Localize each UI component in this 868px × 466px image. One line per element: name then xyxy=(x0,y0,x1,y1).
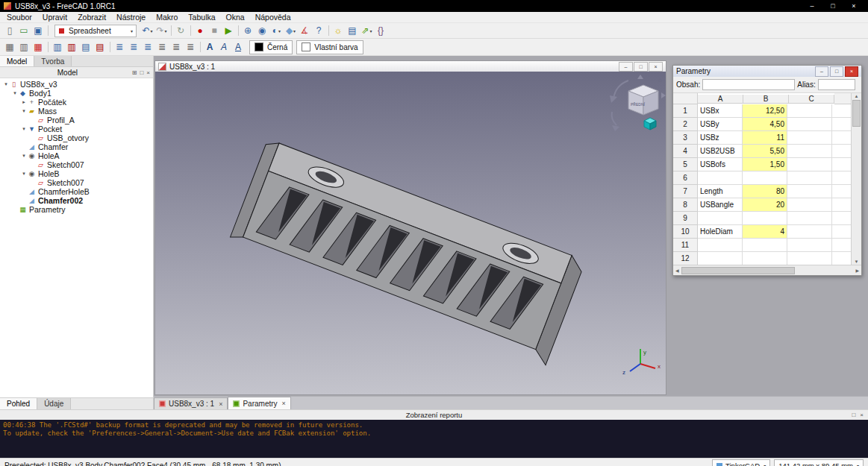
tree-expander[interactable]: ▾ xyxy=(2,81,10,87)
cell-name[interactable]: USBofs xyxy=(698,158,743,171)
toolbar-button[interactable] xyxy=(48,42,49,52)
cell-d[interactable] xyxy=(832,252,851,265)
parametry-close-button[interactable]: × xyxy=(845,66,858,77)
scroll-right-icon[interactable]: ▶ xyxy=(855,268,859,273)
menu-item[interactable]: Zobrazit xyxy=(72,13,111,22)
menu-item[interactable]: Soubor xyxy=(1,13,37,22)
cell-alias-input[interactable] xyxy=(818,79,855,90)
toolbar-button[interactable]: ▤ xyxy=(79,41,93,54)
toolbar-button[interactable]: ▥ xyxy=(51,41,65,54)
cell-name[interactable] xyxy=(698,212,743,225)
cell-c[interactable] xyxy=(787,104,832,118)
cell-c[interactable] xyxy=(787,198,832,212)
cell-d[interactable] xyxy=(832,185,851,198)
vertical-scrollbar[interactable]: ▲ ▼ xyxy=(851,93,861,265)
view-dimensions-select[interactable]: 141,42 mm x 89,45 mm ▾ xyxy=(774,459,864,466)
menu-item[interactable]: Upravit xyxy=(37,13,72,22)
cell-c[interactable] xyxy=(787,185,832,198)
cell-c[interactable] xyxy=(787,145,832,158)
toolbar-button[interactable]: ▤ xyxy=(346,25,360,37)
cell-c[interactable] xyxy=(787,158,832,171)
vertical-scroll-thumb[interactable] xyxy=(852,100,861,127)
nav-cube-face-label[interactable]: PŘEDNÍ xyxy=(631,101,646,107)
toolbar-button[interactable]: ◉ xyxy=(255,25,269,37)
cell-value[interactable]: 1,50 xyxy=(743,158,787,171)
tree-item[interactable]: ▸ + Počátek xyxy=(0,98,153,107)
cell-d[interactable] xyxy=(832,212,851,225)
tree-expander[interactable]: ▾ xyxy=(20,171,28,177)
row-header[interactable]: 2 xyxy=(673,118,698,131)
row-header[interactable]: 5 xyxy=(673,158,698,171)
cell-name[interactable]: USBz xyxy=(698,131,743,145)
row-header[interactable]: 7 xyxy=(673,185,698,198)
cell-d[interactable] xyxy=(832,145,851,158)
cell-name[interactable]: USBx xyxy=(698,104,743,118)
document-tab[interactable]: USB8x_v3 : 1 × xyxy=(154,397,228,409)
cell-name[interactable] xyxy=(698,239,743,252)
toolbar-button[interactable]: ◐▾ xyxy=(269,25,284,37)
tree-item[interactable]: ▾ ◉ HoleB xyxy=(0,169,153,178)
cell-value[interactable] xyxy=(743,212,787,225)
cell-c[interactable] xyxy=(787,131,832,145)
cell-value[interactable]: 4,50 xyxy=(743,118,787,131)
row-header[interactable]: 1 xyxy=(673,104,698,118)
tree-item[interactable]: ▱ Sketch007 xyxy=(0,178,153,187)
tree-expander[interactable]: ▾ xyxy=(20,126,28,132)
toolbar-button[interactable]: ▥ xyxy=(65,41,79,54)
parametry-titlebar[interactable]: Parametry – □ × xyxy=(673,66,861,77)
cell-name[interactable] xyxy=(698,252,743,265)
toolbar-button[interactable]: ≣ xyxy=(184,41,198,54)
cell-name[interactable]: Length xyxy=(698,185,743,198)
maximize-button[interactable]: □ xyxy=(822,0,843,12)
cell-value[interactable] xyxy=(743,239,787,252)
cell-c[interactable] xyxy=(787,118,832,131)
dock-cube-icon[interactable] xyxy=(644,118,656,130)
viewport-3d-canvas[interactable]: PŘEDNÍ ⌂ xyxy=(155,72,666,394)
cell-d[interactable] xyxy=(832,104,851,118)
toolbar-button[interactable]: ≣ xyxy=(113,41,127,54)
background-color-button[interactable]: Vlastní barva xyxy=(296,40,363,54)
cell-c[interactable] xyxy=(787,171,832,185)
toolbar-button[interactable]: ≣ xyxy=(155,41,169,54)
panel-tab[interactable]: Model xyxy=(0,56,34,66)
toolbar-button[interactable]: ⇗▾ xyxy=(360,25,374,37)
foreground-color-button[interactable]: Černá xyxy=(249,40,293,54)
report-float-icon[interactable]: □ xyxy=(852,412,855,418)
menu-item[interactable]: Tabulka xyxy=(183,13,220,22)
cell-content-input[interactable] xyxy=(702,79,795,90)
cell-c[interactable] xyxy=(787,212,832,225)
toolbar-button[interactable]: ▯ xyxy=(3,25,17,37)
cell-value[interactable]: 5,50 xyxy=(743,145,787,158)
menu-item[interactable]: Makro xyxy=(151,13,183,22)
row-header[interactable]: 3 xyxy=(673,131,698,145)
column-header[interactable]: A xyxy=(698,95,743,104)
toolbar-button[interactable]: ▤ xyxy=(93,41,107,54)
tree-item[interactable]: ▦ Parametry xyxy=(0,205,153,214)
cell-name[interactable]: HoleDiam xyxy=(698,225,743,239)
cell-value[interactable] xyxy=(743,252,787,265)
parametry-restore-button[interactable]: □ xyxy=(830,66,843,77)
toolbar-button[interactable] xyxy=(110,42,110,52)
horizontal-scrollbar[interactable]: ◀ ▶ xyxy=(673,265,861,275)
tree-item[interactable]: ◢ Chamfer002 xyxy=(0,196,153,205)
parametry-minimize-button[interactable]: – xyxy=(815,66,828,77)
tree-expander[interactable]: ▾ xyxy=(11,90,19,96)
cell-value[interactable]: 4 xyxy=(743,225,787,239)
menu-item[interactable]: Nápověda xyxy=(250,13,296,22)
viewport-minimize-button[interactable]: – xyxy=(619,62,633,72)
toolbar-button[interactable]: ◆▾ xyxy=(284,25,298,37)
viewport-close-button[interactable]: × xyxy=(649,62,663,72)
row-header[interactable]: 9 xyxy=(673,212,698,225)
cell-value[interactable]: 80 xyxy=(743,185,787,198)
cell-d[interactable] xyxy=(832,131,851,145)
viewport-titlebar[interactable]: USB8x_v3 : 1 – □ × xyxy=(155,61,666,72)
column-header-partial[interactable] xyxy=(834,93,851,104)
row-header[interactable]: 8 xyxy=(673,198,698,212)
cell-name[interactable]: USB2USB xyxy=(698,145,743,158)
toolbar-button[interactable]: ▣ xyxy=(31,25,46,37)
tree-item[interactable]: ▱ USB_otvory xyxy=(0,133,153,142)
tree-item[interactable]: ▱ Sketch007 xyxy=(0,160,153,169)
cell-d[interactable] xyxy=(832,239,851,252)
document-tab[interactable]: Parametry × xyxy=(228,397,290,409)
scroll-left-icon[interactable]: ◀ xyxy=(675,268,679,273)
